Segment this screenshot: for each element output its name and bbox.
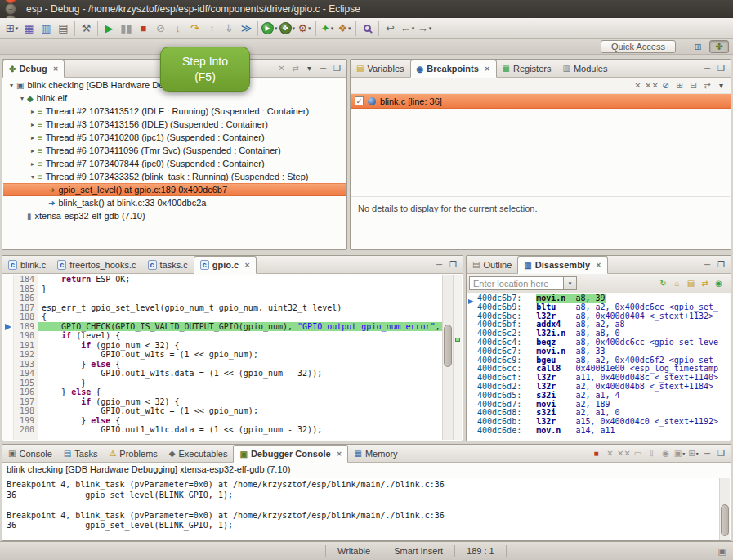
tab-breakpoints[interactable]: ◉Breakpoints✕ bbox=[410, 60, 497, 78]
editor-scrollbar[interactable] bbox=[442, 275, 453, 440]
minimize-icon[interactable]: ─ bbox=[432, 258, 446, 271]
line-number[interactable]: 190 bbox=[14, 331, 34, 341]
suspend-button[interactable]: ▮▮ bbox=[118, 20, 135, 38]
home-icon[interactable]: ⌂ bbox=[670, 276, 684, 290]
code-line[interactable]: } bbox=[38, 379, 442, 388]
sync-selection-icon[interactable]: ⇄ bbox=[698, 276, 712, 290]
last-edit-location-button[interactable]: ↩ bbox=[382, 20, 399, 38]
code-line[interactable]: GPIO.out_w1tc = (1 << gpio_num); bbox=[38, 406, 442, 416]
debug-tree-row[interactable]: ▸≡Thread #2 1073413512 (IDLE : Running) … bbox=[3, 105, 346, 118]
view-menu-icon[interactable]: ▾ bbox=[714, 78, 728, 92]
minimize-icon[interactable]: ─ bbox=[700, 61, 714, 75]
code-line[interactable]: if (gpio_num < 32) { bbox=[38, 397, 442, 407]
expander-icon[interactable]: ▾ bbox=[28, 173, 38, 181]
disassembly-listing[interactable]: 400dc6b7: movi.n a8, 39400dc6b9: bltu a8… bbox=[467, 294, 730, 440]
debug-tree-row[interactable]: ➜blink_task() at blink.c:33 0x400dbc2a bbox=[3, 196, 346, 209]
line-number[interactable]: 200 bbox=[14, 425, 34, 435]
close-tab-icon[interactable]: ✕ bbox=[596, 262, 601, 269]
external-tools-button[interactable]: ⚙▾ bbox=[296, 20, 313, 38]
tab-tasks-c[interactable]: ctasks.c bbox=[142, 256, 194, 273]
minimize-icon[interactable]: ─ bbox=[316, 61, 330, 75]
tab-gpio-c[interactable]: cgpio.c✕ bbox=[194, 256, 257, 274]
breakpoint-checkbox[interactable]: ✓ bbox=[355, 96, 364, 105]
line-number[interactable]: 186 bbox=[14, 293, 34, 303]
terminate-icon[interactable]: ■ bbox=[589, 446, 603, 460]
minimize-icon[interactable]: ─ bbox=[700, 258, 714, 271]
line-number[interactable]: 187 bbox=[14, 303, 34, 313]
line-number-ruler[interactable]: 1841851861871881891901911921931941951961… bbox=[14, 275, 38, 440]
tab-disassembly[interactable]: ▥Disassembly✕ bbox=[517, 256, 607, 274]
scroll-lock-icon[interactable]: ⇩ bbox=[645, 446, 659, 460]
line-number[interactable]: 196 bbox=[14, 388, 34, 397]
line-number[interactable]: 184 bbox=[14, 275, 34, 284]
forward-button[interactable]: →▾ bbox=[416, 20, 433, 38]
tab-outline[interactable]: ▤Outline bbox=[467, 256, 517, 273]
clear-console-icon[interactable]: ▭ bbox=[631, 446, 645, 460]
code-line[interactable]: } bbox=[38, 284, 442, 294]
code-line[interactable]: GPIO.out_w1ts = (1 << gpio_num); bbox=[38, 350, 442, 360]
expand-all-icon[interactable]: ⊞ bbox=[673, 78, 686, 92]
refresh-icon[interactable]: ↻ bbox=[656, 276, 670, 290]
disassembly-row[interactable]: 400dc6c7: movi.n a8, 33 bbox=[467, 347, 730, 356]
code-line[interactable]: return ESP_OK; bbox=[38, 275, 442, 284]
tab-console[interactable]: ▣Console bbox=[2, 445, 58, 462]
display-selected-console-icon[interactable]: ▣▾ bbox=[673, 446, 686, 460]
remove-all-terminated-icon[interactable]: ✕ bbox=[275, 61, 288, 75]
location-dropdown-icon[interactable]: ▾ bbox=[564, 276, 577, 290]
code-line[interactable]: } else { bbox=[38, 416, 442, 426]
expander-icon[interactable]: ▸ bbox=[28, 108, 38, 115]
line-number[interactable]: 185 bbox=[14, 284, 34, 294]
new-class-button[interactable]: ✦▾ bbox=[319, 20, 336, 38]
code-line[interactable]: if (gpio_num < 32) { bbox=[38, 341, 442, 351]
close-tab-icon[interactable]: ✕ bbox=[485, 65, 490, 73]
debug-perspective-button[interactable]: ✤ bbox=[709, 40, 729, 53]
step-into-button[interactable]: ↓ bbox=[169, 20, 186, 38]
location-input[interactable]: Enter location here bbox=[469, 276, 564, 290]
code-line[interactable]: GPIO.out1_w1ts.data = (1 << (gpio_num - … bbox=[38, 369, 442, 379]
link-with-editor-icon[interactable]: ⇄ bbox=[288, 61, 302, 75]
breakpoints-list[interactable]: ✓blink.c [line: 36] bbox=[351, 94, 731, 109]
debug-tree-row[interactable]: ▸≡Thread #7 1073407844 (ipc0) (Suspended… bbox=[3, 157, 346, 170]
tab-freertos-hooks-c[interactable]: cfreertos_hooks.c bbox=[51, 256, 141, 273]
search-button[interactable] bbox=[359, 20, 376, 38]
maximize-icon[interactable]: ❐ bbox=[330, 61, 344, 75]
tab-variables[interactable]: ▤Variables bbox=[351, 60, 410, 77]
window-minimize-button[interactable]: – bbox=[5, 3, 16, 15]
open-perspective-button[interactable]: ⊞ bbox=[688, 40, 708, 53]
tab-debugger-console[interactable]: ▣Debugger Console✕ bbox=[233, 445, 348, 463]
tab-executables[interactable]: ◆Executables bbox=[163, 445, 234, 462]
debug-tree-row[interactable]: ▮xtensa-esp32-elf-gdb (7.10) bbox=[3, 209, 346, 222]
instruction-stepping-button[interactable]: ≫ bbox=[238, 20, 255, 38]
step-over-button[interactable]: ↷ bbox=[186, 20, 203, 38]
build-button[interactable]: ⚒ bbox=[78, 20, 95, 38]
code-line[interactable]: { bbox=[38, 312, 442, 322]
tab-problems[interactable]: ⚠Problems bbox=[103, 445, 163, 462]
step-return-button[interactable]: ↑ bbox=[203, 20, 221, 38]
debug-tree-row[interactable]: ▾≡Thread #9 1073433352 (blink_task : Run… bbox=[3, 170, 346, 183]
terminate-button[interactable]: ■ bbox=[135, 20, 152, 38]
console-scrollbar-thumb[interactable] bbox=[721, 504, 729, 536]
overview-current-line-mark[interactable] bbox=[455, 338, 460, 342]
line-number[interactable]: 195 bbox=[14, 379, 34, 388]
track-expression-icon[interactable]: ◉ bbox=[712, 276, 726, 290]
code-line[interactable]: esp_err_t gpio_set_level(gpio_num_t gpio… bbox=[38, 303, 442, 313]
tab-registers[interactable]: ▦Registers bbox=[497, 60, 557, 77]
expander-icon[interactable]: ▾ bbox=[17, 95, 27, 102]
save-button[interactable]: ▦ bbox=[20, 20, 38, 38]
debug-tree-row[interactable]: ▸≡Thread #6 1073411096 (Tmr Svc) (Suspen… bbox=[3, 144, 346, 157]
annotation-ruler[interactable] bbox=[3, 275, 14, 440]
link-with-debug-view-icon[interactable]: ⇄ bbox=[700, 78, 714, 92]
debug-button[interactable]: ✤▾ bbox=[279, 20, 297, 38]
maximize-icon[interactable]: ❐ bbox=[446, 258, 460, 271]
debug-tree-row[interactable]: ➜gpio_set_level() at gpio.c:189 0x400dc6… bbox=[3, 183, 346, 196]
remove-launch-icon[interactable]: ✕ bbox=[603, 446, 617, 460]
debug-launch-tree[interactable]: ▾▣blink checking [GDB Hardware Debugging… bbox=[3, 78, 346, 249]
maximize-icon[interactable]: ❐ bbox=[714, 61, 728, 75]
debug-tree-row[interactable]: ▾◆blink.elf bbox=[3, 92, 346, 105]
print-button[interactable]: ▤ bbox=[55, 20, 72, 38]
close-tab-icon[interactable]: ✕ bbox=[53, 65, 59, 73]
remove-breakpoint-icon[interactable]: ✕ bbox=[631, 78, 645, 92]
console-output[interactable]: Breakpoint 4, blink_task (pvParameter=0x… bbox=[3, 478, 719, 540]
close-tab-icon[interactable]: ✕ bbox=[337, 450, 342, 458]
line-number[interactable]: 197 bbox=[14, 397, 34, 407]
